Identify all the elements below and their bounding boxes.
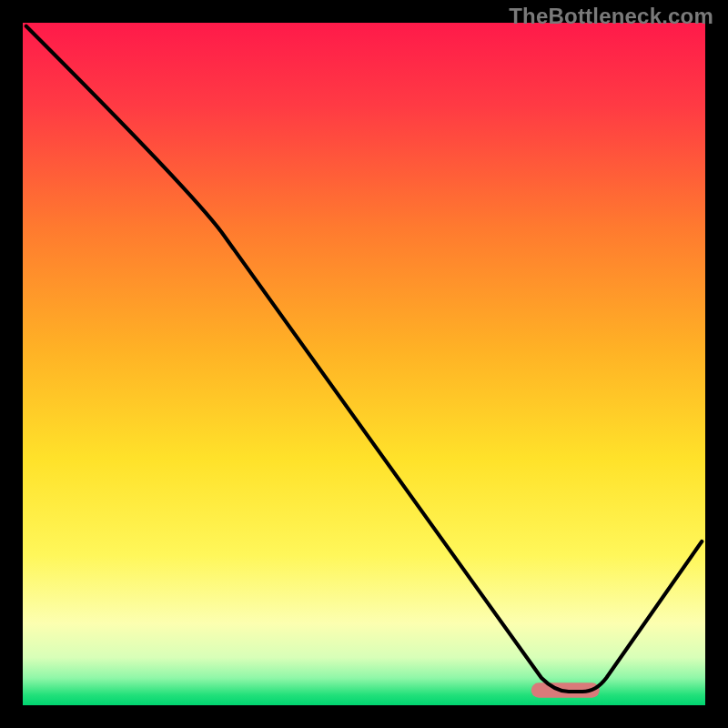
curve-line	[23, 23, 705, 705]
watermark-text: TheBottleneck.com	[509, 4, 713, 29]
curve-path	[26, 26, 703, 692]
plot-area	[23, 23, 705, 705]
chart-container: TheBottleneck.com	[0, 0, 728, 728]
